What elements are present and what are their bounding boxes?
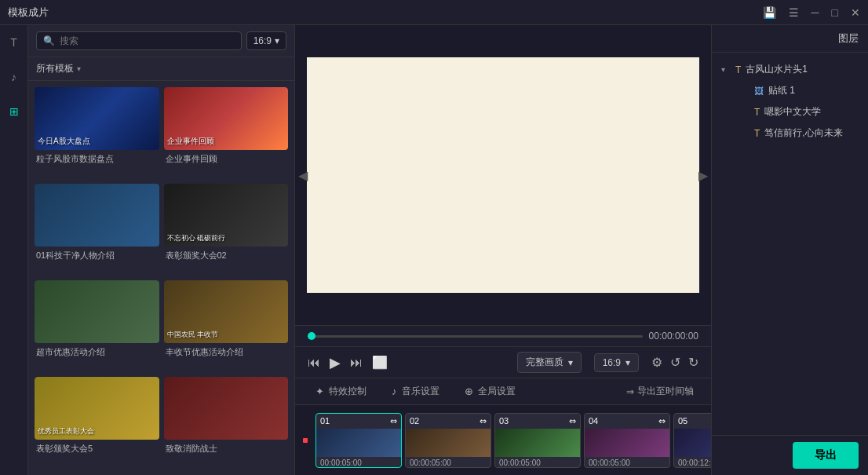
template-thumb-text-1: 今日A股大盘点 <box>38 136 156 147</box>
list-icon[interactable]: ☰ <box>789 6 799 19</box>
quality-arrow-icon: ▾ <box>568 357 573 368</box>
template-grid: 今日A股大盘点 粒子风股市数据盘点 企业事件回顾 企业事件回顾 01科技干净人物… <box>28 81 294 475</box>
track-thumb-1 <box>316 429 401 457</box>
search-input[interactable] <box>60 35 235 46</box>
track-icon-4: ⇔ <box>658 416 666 426</box>
track-icon-2: ⇔ <box>480 416 487 426</box>
template-label-4: 表彰颁奖大会02 <box>164 250 289 261</box>
ratio-display[interactable]: 16:9 ▾ <box>594 353 639 372</box>
view-quality-label: 完整画质 <box>526 356 563 369</box>
track-item-5[interactable]: 05 ⇔ 00:00:12:00 <box>673 413 711 468</box>
music-tool-icon[interactable]: ♪ <box>3 66 25 88</box>
view-quality-selector[interactable]: 完整画质 ▾ <box>517 352 582 373</box>
template-item-7[interactable]: 优秀员工表彰大会 表彰颁奖大会5 <box>35 377 159 469</box>
play-icon[interactable]: ▶ <box>330 354 341 371</box>
tab-effects[interactable]: ✦ 特效控制 <box>303 378 379 404</box>
playback-controls: ⏮ ▶ ⏭ ⬜ 完整画质 ▾ 16:9 ▾ ⚙ ↺ ↻ <box>295 346 711 378</box>
track-item-1[interactable]: 01 ⇔ 00:00:05:00 <box>315 413 402 468</box>
track-time-5: 00:00:12:00 <box>674 457 711 468</box>
template-thumb-5 <box>35 280 159 343</box>
preview-canvas <box>307 57 699 293</box>
filter-arrow-icon: ▾ <box>77 64 81 73</box>
template-item-4[interactable]: 不忘初心 砥砺前行 表彰颁奖大会02 <box>164 184 289 276</box>
export-to-timeline-button[interactable]: ⇒ 导出至时间轴 <box>617 378 703 404</box>
redo-icon[interactable]: ↻ <box>688 355 698 370</box>
track-thumb-inner-2 <box>406 429 491 457</box>
tab-music-label: 音乐设置 <box>402 385 439 398</box>
title-bar: 模板成片 💾 ☰ ─ □ ✕ <box>0 0 868 25</box>
time-display: 00:00:00:00 <box>649 331 698 342</box>
layer-group-name: 古风山水片头1 <box>746 63 859 76</box>
window-controls: 💾 ☰ ─ □ ✕ <box>763 6 860 19</box>
prev-page-icon[interactable]: ◀ <box>298 168 308 183</box>
track-header-5: 05 ⇔ <box>674 414 711 429</box>
export-main-button[interactable]: 导出 <box>793 442 859 469</box>
timeline-progress-bar: 00:00:00:00 <box>295 325 711 346</box>
tab-music[interactable]: ♪ 音乐设置 <box>379 378 452 404</box>
template-thumb-2: 企业事件回顾 <box>164 87 289 150</box>
child-name-1: 贴纸 1 <box>768 84 859 97</box>
track-icon-3: ⇔ <box>569 416 576 426</box>
maximize-icon[interactable]: □ <box>832 6 838 19</box>
layer-list: ▾ T 古风山水片头1 🖼 贴纸 1 T 嗯影中文大学 <box>712 53 868 435</box>
ratio-arrow-icon: ▾ <box>275 35 279 46</box>
ratio-label: 16:9 <box>253 35 272 46</box>
template-thumb-1: 今日A股大盘点 <box>35 87 159 150</box>
prev-frame-icon[interactable]: ⏮ <box>308 356 320 370</box>
template-label-7: 表彰颁奖大会5 <box>35 443 159 455</box>
export-timeline-icon: ⇒ <box>626 386 634 397</box>
expand-icon: ▾ <box>721 65 731 74</box>
track-item-3[interactable]: 03 ⇔ 00:00:05:00 <box>494 413 581 468</box>
layer-child-1[interactable]: 🖼 贴纸 1 <box>731 80 868 101</box>
track-header-3: 03 ⇔ <box>495 414 580 429</box>
child-name-3: 笃信前行,心向未来 <box>764 126 859 140</box>
tab-effects-label: 特效控制 <box>329 385 367 398</box>
global-icon: ⊕ <box>465 385 473 397</box>
minimize-icon[interactable]: ─ <box>811 6 819 19</box>
template-thumb-7: 优秀员工表彰大会 <box>35 377 159 440</box>
music-icon: ♪ <box>392 385 397 397</box>
template-item-1[interactable]: 今日A股大盘点 粒子风股市数据盘点 <box>35 87 159 179</box>
close-icon[interactable]: ✕ <box>851 6 860 19</box>
template-thumb-text-4: 不忘初心 砥砺前行 <box>167 233 286 243</box>
template-item-2[interactable]: 企业事件回顾 企业事件回顾 <box>164 87 289 179</box>
save-icon[interactable]: 💾 <box>763 6 776 19</box>
search-box[interactable]: 🔍 <box>36 31 242 50</box>
track-thumb-inner-5 <box>674 429 711 457</box>
template-item-3[interactable]: 01科技干净人物介绍 <box>35 184 159 276</box>
tab-global[interactable]: ⊕ 全局设置 <box>452 378 528 404</box>
template-item-6[interactable]: 中国农民 丰收节 丰收节优惠活动介绍 <box>164 280 289 372</box>
undo-icon[interactable]: ↺ <box>670 355 680 370</box>
track-item-4[interactable]: 04 ⇔ 00:00:05:00 <box>584 413 670 468</box>
progress-track[interactable] <box>308 335 643 338</box>
template-item-5[interactable]: 超市优惠活动介绍 <box>35 280 159 372</box>
layer-group-header[interactable]: ▾ T 古风山水片头1 <box>712 59 868 80</box>
text-tool-icon[interactable]: T <box>3 31 25 53</box>
track-thumb-inner-3 <box>495 429 580 457</box>
effects-icon: ✦ <box>315 385 324 397</box>
layer-child-2[interactable]: T 嗯影中文大学 <box>731 101 868 122</box>
track-num-3: 03 <box>499 416 509 426</box>
layers-title: 图层 <box>712 25 868 53</box>
settings-icon[interactable]: ⚙ <box>651 355 662 370</box>
template-thumb-3 <box>35 184 159 247</box>
play-btn-group: ⏮ ▶ ⏭ ⬜ <box>308 354 388 371</box>
template-label-5: 超市优惠活动介绍 <box>35 346 159 358</box>
track-time-2: 00:00:05:00 <box>406 457 491 468</box>
template-tool-icon[interactable]: ⊞ <box>3 100 25 122</box>
track-item-2[interactable]: 02 ⇔ 00:00:05:00 <box>405 413 491 468</box>
track-header-4: 04 ⇔ <box>585 414 669 429</box>
track-thumb-inner-4 <box>585 429 669 457</box>
layer-child-3[interactable]: T 笃信前行,心向未来 <box>731 122 868 144</box>
track-time-3: 00:00:05:00 <box>495 457 580 468</box>
stop-icon[interactable]: ⬜ <box>372 355 388 370</box>
ratio-selector[interactable]: 16:9 ▾ <box>246 31 286 50</box>
template-label-1: 粒子风股市数据盘点 <box>35 153 159 165</box>
template-item-8[interactable]: 致敬消防战士 <box>164 377 289 469</box>
tab-global-label: 全局设置 <box>478 385 516 398</box>
next-page-icon[interactable]: ▶ <box>698 168 708 183</box>
search-bar: 🔍 16:9 ▾ <box>28 25 294 57</box>
search-icon: 🔍 <box>43 35 55 46</box>
next-frame-icon[interactable]: ⏭ <box>350 356 363 370</box>
preview-area: ◀ ▶ <box>295 25 711 325</box>
